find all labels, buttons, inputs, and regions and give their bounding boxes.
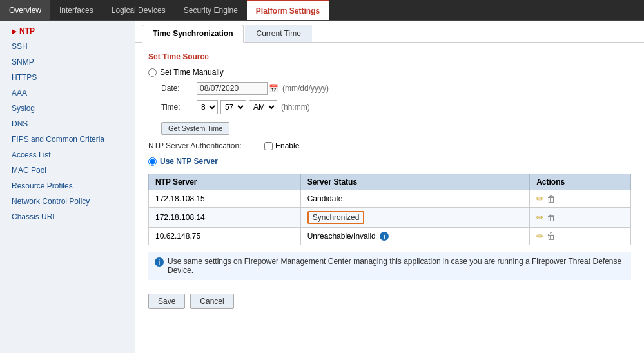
action-icons-3: ✏ 🗑 [536, 231, 624, 241]
content-area: Time Synchronization Current Time Set Ti… [135, 21, 644, 353]
table-row: 172.18.108.15 Candidate ✏ 🗑 [149, 190, 631, 208]
set-time-manually-radio[interactable] [148, 68, 157, 77]
cancel-button[interactable]: Cancel [190, 294, 233, 309]
sidebar-item-fips[interactable]: FIPS and Common Criteria [0, 132, 135, 147]
time-ampm-select[interactable]: AM PM [249, 100, 277, 114]
sidebar-item-ssh[interactable]: SSH [0, 39, 135, 54]
sidebar-item-ntp[interactable]: NTP [0, 23, 135, 39]
set-time-manually-row: Set Time Manually [148, 68, 631, 77]
ntp-status-3: Unreachable/Invalid i [300, 228, 529, 245]
ntp-actions-1: ✏ 🗑 [530, 190, 631, 208]
nav-logical-devices[interactable]: Logical Devices [102, 0, 175, 20]
sidebar-item-aaa[interactable]: AAA [0, 85, 135, 101]
time-format-hint: (hh:mm) [281, 103, 310, 112]
nav-platform-settings[interactable]: Platform Settings [247, 0, 329, 20]
tab-time-synchronization[interactable]: Time Synchronization [142, 25, 244, 43]
sidebar-item-resource-profiles[interactable]: Resource Profiles [0, 178, 135, 194]
info-note-text: Use same settings on Firepower Managemen… [168, 257, 625, 275]
delete-icon-2[interactable]: 🗑 [547, 212, 556, 223]
divider [148, 288, 631, 288]
set-time-manually-label: Set Time Manually [160, 68, 224, 77]
table-row: 172.18.108.14 Synchronized ✏ 🗑 [149, 208, 631, 228]
edit-icon-3[interactable]: ✏ [536, 231, 544, 241]
edit-icon-1[interactable]: ✏ [536, 194, 544, 204]
enable-label: Enable [275, 141, 299, 150]
date-input[interactable] [197, 82, 268, 95]
sidebar-item-snmp[interactable]: SNMP [0, 54, 135, 70]
get-system-time-button[interactable]: Get System Time [161, 122, 229, 135]
use-ntp-radio[interactable] [148, 157, 157, 166]
ntp-auth-row: NTP Server Authentication: Enable [148, 141, 631, 150]
use-ntp-row: Use NTP Server [148, 157, 631, 166]
sidebar-item-https[interactable]: HTTPS [0, 70, 135, 85]
sidebar-item-chassis-url[interactable]: Chassis URL [0, 209, 135, 225]
unreachable-info-icon[interactable]: i [380, 232, 389, 241]
tab-current-time[interactable]: Current Time [245, 25, 311, 42]
action-icons-2: ✏ 🗑 [536, 212, 624, 223]
sidebar-item-syslog[interactable]: Syslog [0, 101, 135, 116]
calendar-icon[interactable]: 📅 [269, 84, 278, 93]
edit-icon-2[interactable]: ✏ [536, 212, 544, 223]
info-note: i Use same settings on Firepower Managem… [148, 252, 631, 280]
nav-security-engine[interactable]: Security Engine [175, 0, 247, 20]
action-icons-1: ✏ 🗑 [536, 194, 624, 204]
ntp-server-2: 172.18.108.14 [149, 208, 301, 228]
tab-bar: Time Synchronization Current Time [135, 25, 644, 43]
delete-icon-3[interactable]: 🗑 [547, 231, 556, 241]
use-ntp-label: Use NTP Server [160, 157, 218, 166]
ntp-table: NTP Server Server Status Actions 172.18.… [148, 174, 631, 245]
ntp-actions-3: ✏ 🗑 [530, 228, 631, 245]
bottom-buttons: Save Cancel [148, 294, 631, 316]
delete-icon-1[interactable]: 🗑 [547, 194, 556, 204]
time-hour-select[interactable]: 8 [197, 100, 218, 114]
table-header-server: NTP Server [149, 174, 301, 190]
sidebar-item-access-list[interactable]: Access List [0, 147, 135, 163]
time-minute-select[interactable]: 57 [220, 100, 246, 114]
ntp-server-1: 172.18.108.15 [149, 190, 301, 208]
sidebar-item-network-control[interactable]: Network Control Policy [0, 194, 135, 209]
date-label: Date: [161, 84, 197, 93]
top-nav: Overview Interfaces Logical Devices Secu… [0, 0, 644, 21]
section-title: Set Time Source [148, 52, 631, 61]
date-row: Date: 📅 (mm/dd/yyyy) [148, 82, 631, 95]
main-layout: NTP SSH SNMP HTTPS AAA Syslog DNS FIPS a… [0, 21, 644, 353]
ntp-server-3: 10.62.148.75 [149, 228, 301, 245]
nav-interfaces[interactable]: Interfaces [50, 0, 102, 20]
save-button[interactable]: Save [148, 294, 185, 309]
sidebar-item-dns[interactable]: DNS [0, 116, 135, 132]
table-row: 10.62.148.75 Unreachable/Invalid i ✏ 🗑 [149, 228, 631, 245]
time-label: Time: [161, 103, 197, 112]
time-row: Time: 8 57 AM PM (hh:mm) [148, 100, 631, 114]
ntp-status-2: Synchronized [300, 208, 529, 228]
ntp-auth-enable-checkbox[interactable] [264, 142, 273, 150]
ntp-auth-label: NTP Server Authentication: [148, 141, 264, 150]
time-selects: 8 57 AM PM [197, 100, 277, 114]
sidebar-item-mac-pool[interactable]: MAC Pool [0, 163, 135, 178]
synchronized-badge: Synchronized [307, 211, 365, 224]
table-header-status: Server Status [300, 174, 529, 190]
ntp-actions-2: ✏ 🗑 [530, 208, 631, 228]
table-header-actions: Actions [530, 174, 631, 190]
date-format-hint: (mm/dd/yyyy) [282, 84, 329, 93]
form-content: Set Time Source Set Time Manually Date: … [135, 43, 644, 325]
nav-overview[interactable]: Overview [0, 0, 50, 20]
ntp-status-1: Candidate [300, 190, 529, 208]
info-note-icon: i [155, 257, 164, 267]
unreachable-status: Unreachable/Invalid [307, 232, 376, 241]
sidebar: NTP SSH SNMP HTTPS AAA Syslog DNS FIPS a… [0, 21, 135, 353]
